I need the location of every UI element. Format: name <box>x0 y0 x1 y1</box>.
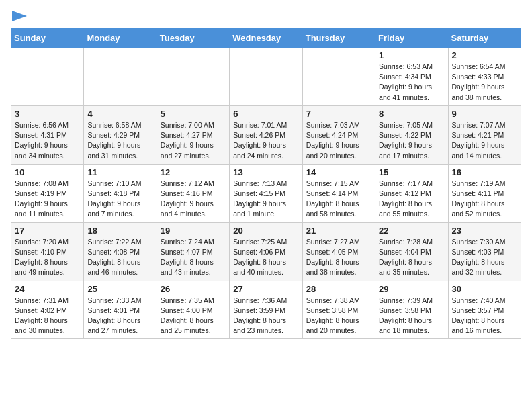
day-number: 3 <box>15 109 80 119</box>
logo-arrow-icon <box>12 9 27 23</box>
calendar-table: SundayMondayTuesdayWednesdayThursdayFrid… <box>11 28 521 339</box>
calendar-cell: 10Sunrise: 7:08 AM Sunset: 4:19 PM Dayli… <box>11 164 84 222</box>
calendar-cell: 30Sunrise: 7:40 AM Sunset: 3:57 PM Dayli… <box>448 281 521 339</box>
day-info: Sunrise: 7:08 AM Sunset: 4:19 PM Dayligh… <box>15 179 80 220</box>
calendar-cell: 23Sunrise: 7:30 AM Sunset: 4:03 PM Dayli… <box>448 222 521 281</box>
calendar-cell: 13Sunrise: 7:13 AM Sunset: 4:15 PM Dayli… <box>230 164 302 222</box>
day-info: Sunrise: 7:30 AM Sunset: 4:03 PM Dayligh… <box>452 237 517 278</box>
calendar-cell: 8Sunrise: 7:05 AM Sunset: 4:22 PM Daylig… <box>375 105 448 164</box>
day-info: Sunrise: 7:40 AM Sunset: 3:57 PM Dayligh… <box>452 295 517 336</box>
calendar-cell: 17Sunrise: 7:20 AM Sunset: 4:10 PM Dayli… <box>11 222 84 281</box>
calendar-cell: 16Sunrise: 7:19 AM Sunset: 4:11 PM Dayli… <box>448 164 521 222</box>
day-info: Sunrise: 7:33 AM Sunset: 4:01 PM Dayligh… <box>87 295 152 336</box>
calendar-cell: 2Sunrise: 6:54 AM Sunset: 4:33 PM Daylig… <box>448 48 521 106</box>
calendar-week-row: 24Sunrise: 7:31 AM Sunset: 4:02 PM Dayli… <box>11 281 521 339</box>
calendar-weekday-saturday: Saturday <box>448 29 521 48</box>
calendar-cell: 29Sunrise: 7:39 AM Sunset: 3:58 PM Dayli… <box>375 281 448 339</box>
calendar-cell: 9Sunrise: 7:07 AM Sunset: 4:21 PM Daylig… <box>448 105 521 164</box>
calendar-cell: 22Sunrise: 7:28 AM Sunset: 4:04 PM Dayli… <box>375 222 448 281</box>
calendar-cell <box>230 48 302 106</box>
day-number: 7 <box>306 109 371 119</box>
calendar-cell: 24Sunrise: 7:31 AM Sunset: 4:02 PM Dayli… <box>11 281 84 339</box>
day-number: 29 <box>379 284 444 294</box>
day-number: 2 <box>452 50 517 60</box>
calendar-cell: 3Sunrise: 6:56 AM Sunset: 4:31 PM Daylig… <box>11 105 84 164</box>
day-info: Sunrise: 7:19 AM Sunset: 4:11 PM Dayligh… <box>452 179 517 220</box>
day-info: Sunrise: 7:38 AM Sunset: 3:58 PM Dayligh… <box>306 295 371 336</box>
day-info: Sunrise: 7:27 AM Sunset: 4:05 PM Dayligh… <box>306 237 371 278</box>
day-info: Sunrise: 6:58 AM Sunset: 4:29 PM Dayligh… <box>87 120 152 161</box>
svg-marker-0 <box>12 11 27 21</box>
calendar-weekday-thursday: Thursday <box>302 29 375 48</box>
day-number: 1 <box>379 50 444 60</box>
day-info: Sunrise: 7:25 AM Sunset: 4:06 PM Dayligh… <box>233 237 298 278</box>
day-info: Sunrise: 7:13 AM Sunset: 4:15 PM Dayligh… <box>233 179 298 220</box>
calendar-week-row: 3Sunrise: 6:56 AM Sunset: 4:31 PM Daylig… <box>11 105 521 164</box>
day-info: Sunrise: 7:12 AM Sunset: 4:16 PM Dayligh… <box>161 179 226 220</box>
calendar-cell: 21Sunrise: 7:27 AM Sunset: 4:05 PM Dayli… <box>302 222 375 281</box>
day-info: Sunrise: 7:15 AM Sunset: 4:14 PM Dayligh… <box>306 179 371 220</box>
day-number: 13 <box>233 167 298 177</box>
day-info: Sunrise: 7:24 AM Sunset: 4:07 PM Dayligh… <box>161 237 226 278</box>
day-number: 23 <box>452 226 517 236</box>
day-info: Sunrise: 7:01 AM Sunset: 4:26 PM Dayligh… <box>233 120 298 161</box>
calendar-cell <box>302 48 375 106</box>
calendar-cell: 28Sunrise: 7:38 AM Sunset: 3:58 PM Dayli… <box>302 281 375 339</box>
day-number: 22 <box>379 226 444 236</box>
calendar-header-row: SundayMondayTuesdayWednesdayThursdayFrid… <box>11 29 521 48</box>
day-info: Sunrise: 7:05 AM Sunset: 4:22 PM Dayligh… <box>379 120 444 161</box>
day-info: Sunrise: 6:56 AM Sunset: 4:31 PM Dayligh… <box>15 120 80 161</box>
day-number: 26 <box>161 284 226 294</box>
day-number: 25 <box>87 284 152 294</box>
calendar-weekday-friday: Friday <box>375 29 448 48</box>
calendar-cell <box>11 48 84 106</box>
calendar-weekday-sunday: Sunday <box>11 29 84 48</box>
day-info: Sunrise: 6:53 AM Sunset: 4:34 PM Dayligh… <box>379 62 444 103</box>
day-number: 17 <box>15 226 80 236</box>
calendar-cell: 6Sunrise: 7:01 AM Sunset: 4:26 PM Daylig… <box>230 105 302 164</box>
calendar-week-row: 10Sunrise: 7:08 AM Sunset: 4:19 PM Dayli… <box>11 164 521 222</box>
calendar-cell: 14Sunrise: 7:15 AM Sunset: 4:14 PM Dayli… <box>302 164 375 222</box>
day-number: 6 <box>233 109 298 119</box>
logo <box>11 11 27 23</box>
calendar-cell: 1Sunrise: 6:53 AM Sunset: 4:34 PM Daylig… <box>375 48 448 106</box>
day-number: 28 <box>306 284 371 294</box>
calendar-week-row: 17Sunrise: 7:20 AM Sunset: 4:10 PM Dayli… <box>11 222 521 281</box>
day-number: 20 <box>233 226 298 236</box>
calendar-cell <box>84 48 157 106</box>
calendar-cell: 15Sunrise: 7:17 AM Sunset: 4:12 PM Dayli… <box>375 164 448 222</box>
day-number: 16 <box>452 167 517 177</box>
calendar-weekday-wednesday: Wednesday <box>230 29 302 48</box>
calendar-week-row: 1Sunrise: 6:53 AM Sunset: 4:34 PM Daylig… <box>11 48 521 106</box>
day-info: Sunrise: 7:17 AM Sunset: 4:12 PM Dayligh… <box>379 179 444 220</box>
day-info: Sunrise: 6:54 AM Sunset: 4:33 PM Dayligh… <box>452 62 517 103</box>
day-number: 19 <box>161 226 226 236</box>
calendar-cell <box>157 48 229 106</box>
day-number: 5 <box>161 109 226 119</box>
calendar-cell: 19Sunrise: 7:24 AM Sunset: 4:07 PM Dayli… <box>157 222 229 281</box>
calendar-cell: 5Sunrise: 7:00 AM Sunset: 4:27 PM Daylig… <box>157 105 229 164</box>
calendar-cell: 18Sunrise: 7:22 AM Sunset: 4:08 PM Dayli… <box>84 222 157 281</box>
day-info: Sunrise: 7:28 AM Sunset: 4:04 PM Dayligh… <box>379 237 444 278</box>
calendar-cell: 7Sunrise: 7:03 AM Sunset: 4:24 PM Daylig… <box>302 105 375 164</box>
calendar-weekday-tuesday: Tuesday <box>157 29 229 48</box>
day-number: 12 <box>161 167 226 177</box>
calendar-cell: 20Sunrise: 7:25 AM Sunset: 4:06 PM Dayli… <box>230 222 302 281</box>
calendar-cell: 27Sunrise: 7:36 AM Sunset: 3:59 PM Dayli… <box>230 281 302 339</box>
calendar-cell: 26Sunrise: 7:35 AM Sunset: 4:00 PM Dayli… <box>157 281 229 339</box>
day-number: 15 <box>379 167 444 177</box>
day-info: Sunrise: 7:39 AM Sunset: 3:58 PM Dayligh… <box>379 295 444 336</box>
day-info: Sunrise: 7:35 AM Sunset: 4:00 PM Dayligh… <box>161 295 226 336</box>
day-info: Sunrise: 7:03 AM Sunset: 4:24 PM Dayligh… <box>306 120 371 161</box>
day-info: Sunrise: 7:00 AM Sunset: 4:27 PM Dayligh… <box>161 120 226 161</box>
day-number: 11 <box>87 167 152 177</box>
calendar-cell: 25Sunrise: 7:33 AM Sunset: 4:01 PM Dayli… <box>84 281 157 339</box>
day-number: 27 <box>233 284 298 294</box>
page-header <box>11 11 521 23</box>
day-info: Sunrise: 7:20 AM Sunset: 4:10 PM Dayligh… <box>15 237 80 278</box>
calendar-cell: 4Sunrise: 6:58 AM Sunset: 4:29 PM Daylig… <box>84 105 157 164</box>
day-number: 24 <box>15 284 80 294</box>
day-number: 30 <box>452 284 517 294</box>
calendar-cell: 11Sunrise: 7:10 AM Sunset: 4:18 PM Dayli… <box>84 164 157 222</box>
day-number: 8 <box>379 109 444 119</box>
